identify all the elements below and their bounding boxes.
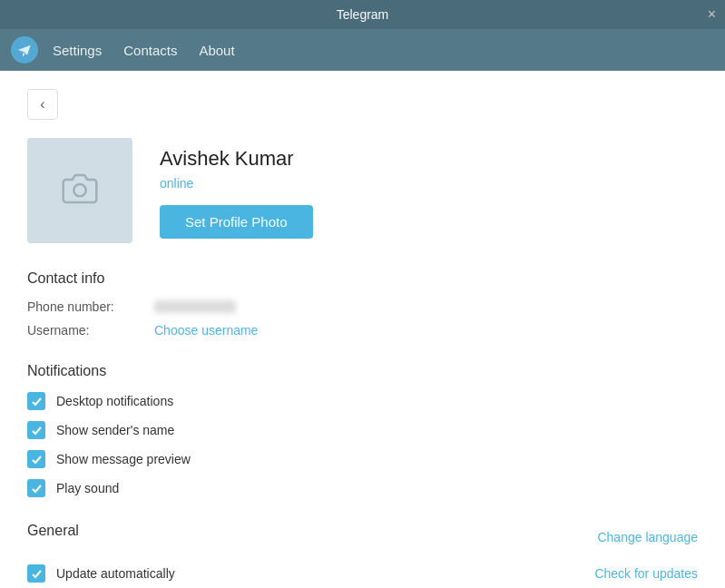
avatar-placeholder (27, 138, 132, 243)
notifications-section: Notifications Desktop notifications Show… (27, 363, 698, 497)
close-button[interactable]: × (708, 7, 716, 22)
show-preview-checkbox[interactable] (27, 450, 45, 468)
set-profile-photo-button[interactable]: Set Profile Photo (160, 205, 313, 239)
window-title: Telegram (337, 7, 389, 22)
profile-info: Avishek Kumar online Set Profile Photo (160, 138, 313, 239)
desktop-notifications-label: Desktop notifications (56, 394, 173, 408)
username-row: Username: Choose username (27, 323, 698, 338)
desktop-notifications-checkbox[interactable] (27, 392, 45, 410)
show-preview-row: Show message preview (27, 450, 698, 468)
update-automatically-checkbox[interactable] (27, 564, 45, 583)
update-row-left: Update automatically (27, 564, 175, 583)
show-preview-label: Show message preview (56, 452, 191, 466)
telegram-logo (11, 36, 38, 64)
contact-info-title: Contact info (27, 270, 698, 287)
app-window: Telegram × Settings Contacts About ‹ (0, 0, 725, 588)
username-label: Username: (27, 323, 154, 338)
play-sound-row: Play sound (27, 479, 698, 497)
desktop-notifications-row: Desktop notifications (27, 392, 698, 410)
check-for-updates-link[interactable]: Check for updates (594, 566, 698, 581)
menu-about[interactable]: About (197, 39, 236, 62)
play-sound-label: Play sound (56, 481, 119, 495)
general-header: General Change language (27, 523, 698, 552)
svg-point-0 (73, 184, 85, 196)
phone-row: Phone number: (27, 299, 698, 314)
show-sender-row: Show sender's name (27, 421, 698, 439)
back-icon: ‹ (40, 96, 44, 113)
menu-settings[interactable]: Settings (51, 39, 103, 62)
choose-username-link[interactable]: Choose username (154, 323, 258, 338)
general-section: General Change language Update automatic… (27, 523, 698, 588)
update-row: Update automatically Check for updates (27, 564, 698, 583)
back-button[interactable]: ‹ (27, 89, 58, 120)
menu-bar: Settings Contacts About (0, 29, 725, 71)
profile-section: Avishek Kumar online Set Profile Photo (27, 138, 698, 243)
camera-icon (62, 171, 98, 211)
play-sound-checkbox[interactable] (27, 479, 45, 497)
contact-info-section: Contact info Phone number: Username: Cho… (27, 270, 698, 338)
title-bar: Telegram × (0, 0, 725, 29)
update-automatically-label: Update automatically (56, 566, 175, 581)
menu-contacts[interactable]: Contacts (122, 39, 179, 62)
content-area: ‹ Avishek Kumar online Set Profile Photo… (0, 71, 725, 588)
phone-value-blurred (154, 300, 236, 313)
general-title: General (27, 523, 79, 539)
change-language-link[interactable]: Change language (597, 530, 698, 544)
user-status: online (160, 176, 313, 191)
show-sender-label: Show sender's name (56, 423, 174, 437)
notifications-title: Notifications (27, 363, 698, 379)
phone-label: Phone number: (27, 299, 154, 314)
show-sender-checkbox[interactable] (27, 421, 45, 439)
user-name: Avishek Kumar (160, 147, 313, 171)
